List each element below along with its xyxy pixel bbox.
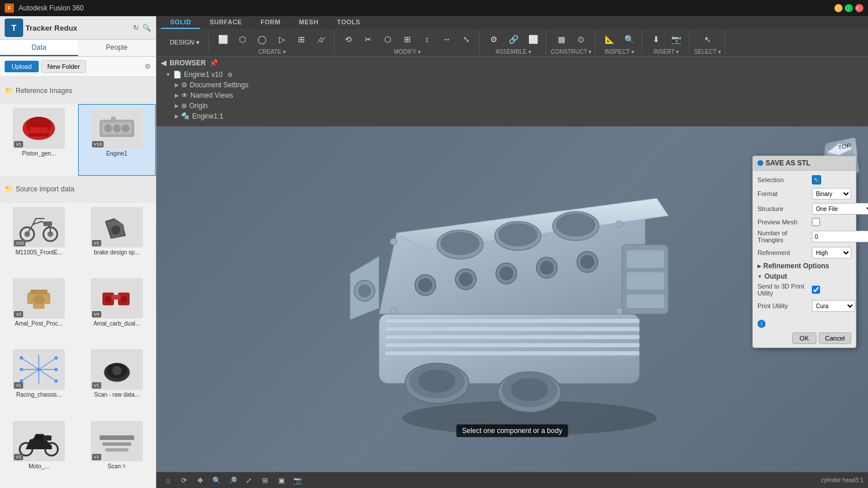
create-label[interactable]: CREATE ▾ bbox=[258, 49, 286, 55]
upload-button[interactable]: Upload bbox=[5, 61, 39, 72]
tab-surface[interactable]: SURFACE bbox=[200, 16, 251, 29]
file-item-brake[interactable]: V1 brake design sp... bbox=[78, 203, 156, 274]
refresh-icon[interactable]: ↻ bbox=[133, 24, 139, 32]
triangles-input[interactable] bbox=[812, 231, 868, 242]
triangles-label: Number of Triangles bbox=[757, 230, 810, 243]
file-name-piston: Piston_gen... bbox=[4, 150, 74, 157]
home-view-btn[interactable]: ⌂ bbox=[161, 474, 175, 487]
file-item-scan[interactable]: V1 Scan - raw data... bbox=[78, 345, 156, 416]
info-icon[interactable]: i bbox=[757, 320, 766, 328]
search-icon[interactable]: 🔍 bbox=[142, 24, 151, 32]
refinement-label: Refinement bbox=[757, 249, 810, 256]
modify-btn-4[interactable]: ⊞ bbox=[398, 30, 417, 49]
minimize-button[interactable]: − bbox=[834, 4, 843, 12]
cancel-button[interactable]: Cancel bbox=[819, 332, 851, 344]
app-container: T Tracker Redux ↻ 🔍 Data People Upload N… bbox=[0, 16, 868, 488]
design-dropdown[interactable]: DESIGN ▾ bbox=[164, 34, 205, 52]
app-icon: F bbox=[5, 3, 14, 13]
orbit-btn[interactable]: ⟳ bbox=[177, 474, 191, 487]
tree-item-engine1-1[interactable]: ▶ 🔩 Engine1:1 bbox=[161, 111, 863, 121]
modify-btn-2[interactable]: ✂ bbox=[359, 30, 377, 49]
tree-item-origin[interactable]: ▶ ⊕ Origin bbox=[161, 101, 863, 111]
assemble-btn-2[interactable]: 🔗 bbox=[504, 30, 523, 49]
tab-data[interactable]: Data bbox=[0, 40, 78, 56]
construct-label[interactable]: CONSTRUCT ▾ bbox=[551, 49, 591, 55]
file-thumb-scan: V1 bbox=[91, 349, 143, 390]
output-arrow: ▼ bbox=[757, 274, 762, 279]
assemble-btn-3[interactable]: ⬜ bbox=[524, 30, 542, 49]
tab-solid[interactable]: SOLID bbox=[161, 16, 200, 29]
refinement-options-section[interactable]: ▶ Refinement Options bbox=[757, 262, 851, 270]
tree-item-engine1v10[interactable]: ▼ 📄 Engine1 v10 ⚙ bbox=[161, 69, 863, 80]
zoom-out-btn[interactable]: 🔎 bbox=[226, 474, 240, 487]
create-btn-1[interactable]: ⬜ bbox=[214, 30, 232, 49]
insert-btn-1[interactable]: ⬇ bbox=[647, 30, 665, 49]
output-section[interactable]: ▼ Output bbox=[757, 272, 851, 280]
file-badge-amal-carb: V4 bbox=[92, 311, 101, 317]
svg-rect-42 bbox=[43, 435, 52, 441]
browser-pin-icon[interactable]: 📌 bbox=[209, 59, 218, 67]
create-btn-6[interactable]: ⌭ bbox=[312, 30, 330, 49]
inspect-label[interactable]: INSPECT ▾ bbox=[605, 49, 634, 55]
insert-btn-2[interactable]: 📷 bbox=[667, 30, 685, 49]
print-utility-select[interactable]: Cura Meshmixer Other bbox=[812, 300, 855, 312]
insert-label[interactable]: INSERT ▾ bbox=[653, 49, 679, 55]
ok-button[interactable]: OK bbox=[792, 332, 816, 344]
selection-indicator[interactable]: ↖ bbox=[812, 175, 821, 184]
close-button[interactable]: × bbox=[855, 4, 863, 12]
create-btn-5[interactable]: ⊞ bbox=[292, 30, 311, 49]
file-item-amal-carb[interactable]: V4 Amal_carb_dual... bbox=[78, 274, 156, 345]
maximize-button[interactable]: □ bbox=[845, 4, 853, 12]
svg-point-62 bbox=[459, 272, 473, 286]
file-item-m1100s[interactable]: V20 M1100S_FrontE... bbox=[0, 203, 78, 274]
tab-people[interactable]: People bbox=[78, 40, 156, 56]
modify-btn-7[interactable]: ⤡ bbox=[457, 30, 476, 49]
select-label[interactable]: SELECT ▾ bbox=[694, 49, 721, 55]
create-btn-2[interactable]: ⬡ bbox=[233, 30, 252, 49]
refinement-select[interactable]: Low Medium High bbox=[812, 247, 851, 258]
file-item-scan-bar[interactable]: V1 Scan = bbox=[78, 417, 156, 488]
construct-btn-2[interactable]: ⊙ bbox=[572, 30, 590, 49]
file-item-amal-post[interactable]: V2 Amal_Post_Proc... bbox=[0, 274, 78, 345]
tab-form[interactable]: FORM bbox=[251, 16, 289, 29]
file-item-engine1[interactable]: V19 Engine1 bbox=[78, 104, 156, 175]
create-btn-4[interactable]: ▷ bbox=[273, 30, 291, 49]
structure-select[interactable]: One File One File Per Body bbox=[812, 203, 868, 215]
file-item-racing[interactable]: V1 Racing_chassis... bbox=[0, 345, 78, 416]
modify-btn-1[interactable]: ⟲ bbox=[339, 30, 358, 49]
select-btn-1[interactable]: ↖ bbox=[698, 30, 717, 49]
format-select[interactable]: Binary ASCII bbox=[812, 188, 851, 199]
grid-btn[interactable]: ⊞ bbox=[258, 474, 272, 487]
viewport[interactable]: TOP Select one component or a body SAVE … bbox=[156, 127, 868, 472]
tab-mesh[interactable]: MESH bbox=[290, 16, 328, 29]
camera-btn[interactable]: 📷 bbox=[290, 474, 304, 487]
file-item-piston[interactable]: V1 Piston_gen... bbox=[0, 104, 78, 175]
modify-label[interactable]: MODIFY ▾ bbox=[394, 49, 421, 55]
browser-collapse-icon[interactable]: ◀ bbox=[161, 59, 166, 67]
pan-btn[interactable]: ✥ bbox=[193, 474, 207, 487]
svg-rect-44 bbox=[102, 442, 131, 446]
tree-item-docsettings[interactable]: ▶ ⚙ Document Settings bbox=[161, 80, 863, 90]
assemble-btn-1[interactable]: ⚙ bbox=[484, 30, 503, 49]
preview-mesh-checkbox[interactable] bbox=[812, 218, 820, 226]
render-mode-btn[interactable]: ▣ bbox=[274, 474, 288, 487]
tab-tools[interactable]: TOOLS bbox=[328, 16, 369, 29]
assemble-label[interactable]: ASSEMBLE ▾ bbox=[495, 49, 531, 55]
tree-settings-icon[interactable]: ⚙ bbox=[227, 72, 233, 78]
zoom-in-btn[interactable]: 🔍 bbox=[209, 474, 223, 487]
modify-btn-5[interactable]: ↕ bbox=[418, 30, 436, 49]
file-item-moto[interactable]: V1 Moto_... bbox=[0, 417, 78, 488]
tree-item-namedviews[interactable]: ▶ 👁 Named Views bbox=[161, 90, 863, 101]
construct-btn-1[interactable]: ▦ bbox=[552, 30, 571, 49]
modify-btn-3[interactable]: ⬡ bbox=[378, 30, 397, 49]
settings-icon[interactable]: ⚙ bbox=[145, 62, 151, 71]
create-btn-3[interactable]: ◯ bbox=[253, 30, 271, 49]
send-print-checkbox[interactable] bbox=[812, 286, 820, 294]
fit-btn[interactable]: ⤢ bbox=[242, 474, 256, 487]
inspect-btn-1[interactable]: 📐 bbox=[600, 30, 619, 49]
svg-point-84 bbox=[616, 308, 623, 315]
inspect-btn-2[interactable]: 🔍 bbox=[620, 30, 638, 49]
new-folder-button[interactable]: New Folder bbox=[41, 60, 86, 73]
modify-btn-6[interactable]: ↔ bbox=[437, 30, 456, 49]
tree-label-4: Engine1:1 bbox=[192, 112, 223, 120]
